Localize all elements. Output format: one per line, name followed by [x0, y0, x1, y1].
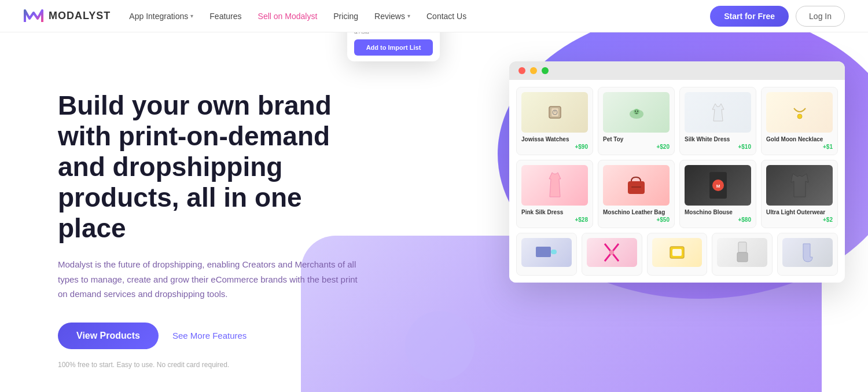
product-image — [766, 165, 833, 206]
navbar: MODALYST App Integrations ▾ Features Sel… — [0, 0, 868, 32]
hero-title: Build your own brand with print-on-deman… — [58, 90, 359, 243]
product-card[interactable] — [582, 233, 642, 276]
product-name: Jowissa Watches — [521, 136, 588, 142]
view-products-button[interactable]: View Products — [58, 323, 159, 349]
browser-window: Jowissa Watches +$90 Pet Toy +$20 — [509, 61, 845, 283]
svg-rect-12 — [631, 186, 641, 188]
product-grid-row2: Pink Silk Dress +$28 Moschino Leather Ba… — [516, 160, 838, 228]
logo-text: MODALYST — [49, 10, 111, 22]
nav-reviews[interactable]: Reviews ▾ — [374, 12, 410, 21]
product-card[interactable]: Pet Toy +$20 — [598, 87, 675, 155]
product-image — [521, 92, 588, 133]
nav-app-integrations[interactable]: App Integrations ▾ — [129, 12, 193, 21]
logo[interactable]: MODALYST — [23, 6, 111, 27]
svg-text:M: M — [716, 184, 720, 189]
start-for-free-button[interactable]: Start for Free — [710, 6, 789, 27]
browser-content: Jowissa Watches +$90 Pet Toy +$20 — [509, 80, 845, 283]
product-card[interactable] — [647, 233, 708, 276]
product-image — [587, 238, 637, 267]
product-image — [685, 92, 751, 133]
product-card[interactable] — [516, 233, 577, 276]
login-button[interactable]: Log In — [796, 6, 845, 27]
product-name: Gold Moon Necklace — [766, 136, 833, 142]
navbar-right: Start for Free Log In — [710, 6, 845, 27]
chevron-down-icon-reviews: ▾ — [407, 13, 410, 19]
product-image — [603, 92, 670, 133]
hero-actions: View Products See More Features — [58, 323, 359, 349]
product-card[interactable]: Jowissa Watches +$90 — [516, 87, 593, 155]
product-grid-row3 — [516, 233, 838, 276]
product-card[interactable]: Moschino Leather Bag +$50 — [598, 160, 675, 228]
nav-sell-on-modalyst[interactable]: Sell on Modalyst — [258, 12, 318, 21]
product-name: Silk White Dress — [685, 136, 751, 142]
browser-dot-red — [518, 67, 525, 74]
product-grid-row1: Jowissa Watches +$90 Pet Toy +$20 — [516, 87, 838, 155]
product-image — [782, 238, 833, 267]
svg-point-8 — [635, 111, 636, 112]
product-name: Pet Toy — [603, 136, 670, 142]
hero-description: Modalyst is the future of dropshipping, … — [58, 257, 359, 302]
nav-links: App Integrations ▾ Features Sell on Moda… — [129, 12, 466, 21]
product-name: Ultra Light Outerwear — [766, 209, 833, 215]
product-card[interactable]: Pink Silk Dress +$28 — [516, 160, 593, 228]
product-card[interactable]: Ultra Light Outerwear +$2 — [761, 160, 838, 228]
svg-rect-22 — [737, 252, 748, 262]
navbar-left: MODALYST App Integrations ▾ Features Sel… — [23, 6, 466, 27]
svg-rect-16 — [536, 247, 551, 257]
product-image — [652, 238, 703, 267]
svg-point-9 — [637, 111, 638, 112]
product-card[interactable]: M Moschino Blouse +$80 — [679, 160, 756, 228]
browser-dot-green — [542, 67, 549, 74]
svg-point-18 — [609, 250, 614, 255]
product-card[interactable] — [712, 233, 773, 276]
see-more-features-link[interactable]: See More Features — [172, 331, 247, 340]
nav-contact-us[interactable]: Contact Us — [426, 12, 466, 21]
svg-rect-17 — [551, 250, 557, 254]
product-image — [766, 92, 833, 133]
logo-icon — [23, 6, 44, 27]
floating-card-location: North America, Europe, Oceania & Asia — [354, 32, 433, 35]
add-to-import-list-button[interactable]: Add to Import List — [354, 39, 433, 56]
product-image — [603, 165, 670, 206]
product-image — [521, 238, 572, 267]
nav-features[interactable]: Features — [209, 12, 241, 21]
hero-left: Build your own brand with print-on-deman… — [58, 67, 359, 369]
product-card[interactable]: Silk White Dress +$10 — [679, 87, 756, 155]
nav-pricing[interactable]: Pricing — [333, 12, 358, 21]
product-image: M — [685, 165, 751, 206]
svg-point-10 — [797, 114, 802, 119]
product-image — [521, 165, 588, 206]
floating-card-body: Turquoise iPhone Case $4.00 $1.99 North … — [347, 32, 440, 61]
bg-blob-left — [405, 311, 475, 380]
product-name: Moschino Leather Bag — [603, 209, 670, 215]
hero-note: 100% free to start. Easy to use. No cred… — [58, 361, 359, 369]
svg-rect-20 — [672, 249, 682, 256]
product-name: Pink Silk Dress — [521, 209, 588, 215]
browser-bar — [509, 61, 845, 80]
chevron-down-icon: ▾ — [190, 13, 193, 19]
product-card[interactable] — [777, 233, 838, 276]
hero-section: Build your own brand with print-on-deman… — [0, 32, 868, 392]
floating-product-card: In Stock Turquoise iPhone Case $4.00 $1.… — [347, 32, 440, 61]
product-image — [717, 238, 767, 267]
browser-dot-yellow — [530, 67, 537, 74]
product-card[interactable]: Gold Moon Necklace +$1 — [761, 87, 838, 155]
svg-rect-21 — [738, 242, 746, 252]
product-name: Moschino Blouse — [685, 209, 751, 215]
